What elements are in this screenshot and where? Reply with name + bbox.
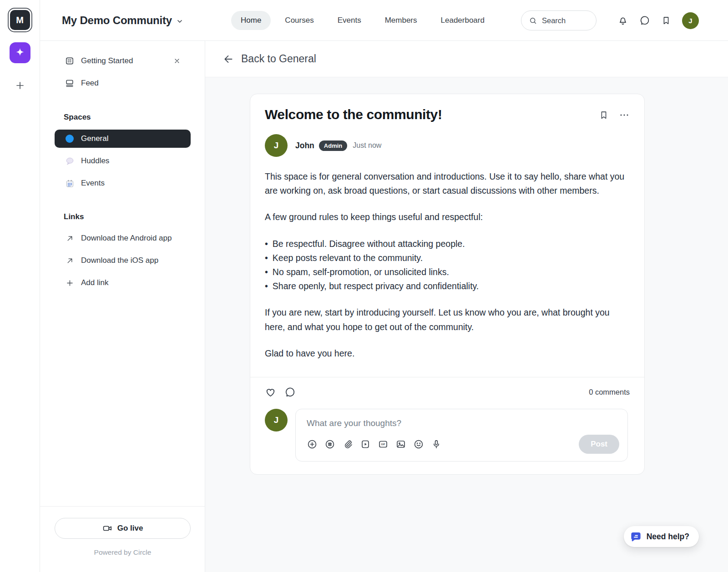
svg-text:GIF: GIF: [381, 443, 386, 446]
link-label: Download the iOS app: [81, 256, 158, 265]
sidebar-space-huddles[interactable]: Huddles: [55, 152, 191, 170]
need-help-label: Need help?: [647, 532, 689, 542]
nav-tab-home[interactable]: Home: [231, 11, 271, 30]
nav-tab-courses[interactable]: Courses: [275, 11, 323, 30]
nav-tab-leaderboard[interactable]: Leaderboard: [431, 11, 494, 30]
app-rail: M: [0, 0, 40, 572]
user-avatar[interactable]: J: [682, 12, 699, 29]
composer-box: GIF Post: [295, 409, 628, 462]
chevron-down-icon: [176, 18, 183, 25]
post-bullet: Be respectful. Disagree without attackin…: [265, 237, 630, 251]
post-bullet: Share openly, but respect privacy and co…: [265, 279, 630, 293]
primary-nav: Home Courses Events Members Leaderboard: [231, 0, 494, 41]
search-input[interactable]: Search: [521, 10, 597, 30]
community-logo-letter: M: [10, 10, 30, 30]
search-icon: [529, 16, 537, 25]
space-label: General: [81, 134, 108, 143]
main-content: Back to General Welcome to the community…: [205, 41, 728, 572]
sidebar-item-getting-started[interactable]: Getting Started: [55, 52, 191, 70]
calendar-icon: [65, 179, 75, 188]
sidebar-item-label: Getting Started: [81, 56, 133, 65]
video-camera-icon: [102, 523, 112, 533]
plus-icon: [65, 279, 75, 287]
space-header: Back to General: [205, 41, 728, 77]
sidebar-space-events[interactable]: Events: [55, 174, 191, 192]
nav-tab-members[interactable]: Members: [375, 11, 427, 30]
add-community-button[interactable]: [10, 75, 30, 96]
space-label: Events: [81, 179, 105, 188]
post-author-row: J John Admin Just now: [265, 134, 630, 157]
feed-icon: [65, 78, 75, 88]
go-live-label: Go live: [117, 524, 143, 533]
messages-chat-icon[interactable]: [639, 15, 650, 26]
microphone-icon[interactable]: [431, 439, 442, 450]
sidebar-link-android[interactable]: Download the Android app: [55, 229, 191, 247]
hashtag-icon[interactable]: [324, 439, 335, 450]
post-title: Welcome to the community!: [265, 107, 599, 122]
topbar-actions: J: [617, 0, 699, 41]
comments-count: 0 comments: [589, 388, 630, 396]
speech-balloon-icon: [65, 156, 75, 166]
space-label: Huddles: [81, 156, 109, 166]
powered-by-circle[interactable]: Powered by Circle: [55, 548, 191, 557]
like-heart-icon[interactable]: [265, 386, 276, 398]
links-section-header: Links: [55, 212, 191, 221]
composer-avatar: J: [265, 409, 288, 432]
top-bar: My Demo Community Home Courses Events Me…: [40, 0, 728, 41]
sidebar-link-ios[interactable]: Download the iOS app: [55, 251, 191, 270]
post-comment-button[interactable]: Post: [579, 435, 619, 454]
emoji-smiley-icon[interactable]: [413, 439, 424, 450]
bookmarks-icon[interactable]: [661, 15, 671, 25]
sidebar-scroll-area: Getting Started Feed Spaces General Hudd…: [40, 41, 205, 506]
more-options-ellipsis-icon[interactable]: [619, 110, 630, 120]
author-avatar[interactable]: J: [265, 134, 288, 157]
community-logo[interactable]: M: [8, 8, 32, 32]
notifications-bell-icon[interactable]: [617, 15, 628, 26]
search-placeholder: Search: [542, 16, 566, 25]
admin-badge: Admin: [319, 140, 347, 151]
space-sidebar: Getting Started Feed Spaces General Hudd…: [40, 41, 205, 572]
author-name[interactable]: John: [295, 141, 314, 151]
post-bullet: Keep posts relevant to the community.: [265, 251, 630, 265]
back-arrow-icon[interactable]: [222, 53, 234, 65]
community-name: My Demo Community: [62, 14, 172, 27]
help-chat-icon: [630, 531, 642, 543]
workspace-tile[interactable]: [10, 42, 30, 63]
video-upload-icon[interactable]: [360, 439, 371, 450]
post-bullet-list: Be respectful. Disagree without attackin…: [265, 237, 630, 294]
need-help-button[interactable]: Need help?: [624, 526, 699, 547]
comment-icon[interactable]: [284, 386, 296, 398]
sidebar-item-label: Feed: [81, 79, 99, 88]
external-link-icon: [65, 256, 75, 265]
bookmark-icon[interactable]: [599, 110, 609, 120]
sidebar-item-feed[interactable]: Feed: [55, 74, 191, 92]
add-link-label: Add link: [81, 278, 108, 287]
insert-plus-icon[interactable]: [307, 439, 318, 450]
community-switcher[interactable]: My Demo Community: [62, 0, 183, 41]
sparkle-icon: [14, 47, 26, 59]
go-live-button[interactable]: Go live: [55, 518, 191, 539]
gif-icon[interactable]: GIF: [378, 439, 389, 450]
post-card: Welcome to the community! J John Admin: [250, 94, 645, 475]
sidebar-add-link[interactable]: Add link: [55, 274, 191, 292]
comment-input[interactable]: [296, 409, 627, 429]
post-page: Welcome to the community! J John Admin: [205, 77, 728, 475]
post-paragraph: If you are new, start by introducing you…: [265, 306, 630, 334]
link-label: Download the Android app: [81, 234, 172, 243]
sidebar-space-general[interactable]: General: [55, 130, 191, 148]
post-paragraph: Glad to have you here.: [265, 346, 630, 361]
attachment-paperclip-icon[interactable]: [342, 439, 353, 450]
close-icon[interactable]: [173, 57, 181, 65]
post-body: This space is for general conversation a…: [265, 170, 630, 377]
nav-tab-events[interactable]: Events: [328, 11, 371, 30]
back-to-space-link[interactable]: Back to General: [241, 53, 316, 65]
post-timestamp: Just now: [353, 141, 381, 150]
image-icon[interactable]: [395, 439, 406, 450]
comment-composer: J: [250, 407, 644, 474]
post-paragraph: A few ground rules to keep things useful…: [265, 210, 630, 224]
spaces-section-header: Spaces: [55, 113, 191, 122]
checklist-icon: [65, 56, 75, 66]
blue-dot-icon: [65, 135, 75, 143]
composer-toolbar: GIF Post: [296, 429, 627, 461]
external-link-icon: [65, 234, 75, 243]
